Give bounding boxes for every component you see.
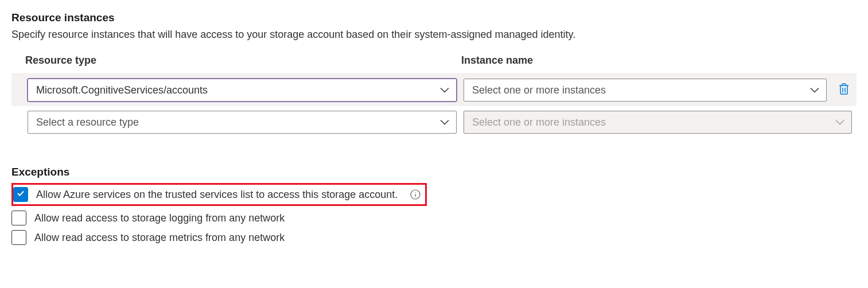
exception-label: Allow read access to storage logging fro… (34, 212, 285, 224)
exception-checkbox-metrics[interactable] (11, 230, 26, 245)
resource-type-dropdown[interactable]: Select a resource type (28, 111, 457, 134)
svg-point-1 (415, 192, 416, 193)
resource-instances-title: Resource instances (11, 11, 857, 24)
resource-type-value: Microsoft.CognitiveServices/accounts (36, 84, 208, 96)
chevron-down-icon (440, 84, 449, 96)
delete-button[interactable] (836, 82, 852, 98)
instance-name-dropdown: Select one or more instances (464, 111, 852, 134)
resource-type-dropdown[interactable]: Microsoft.CognitiveServices/accounts (28, 79, 457, 102)
exception-checkbox-trusted-services[interactable] (13, 187, 28, 202)
column-header-resource-type: Resource type (25, 55, 461, 67)
column-header-instance-name: Instance name (461, 55, 843, 67)
chevron-down-icon (810, 84, 819, 96)
resource-row: Microsoft.CognitiveServices/accounts Sel… (11, 73, 857, 106)
exception-checkbox-logging[interactable] (11, 211, 26, 225)
exception-row: Allow Azure services on the trusted serv… (11, 183, 857, 206)
trash-icon (838, 83, 850, 98)
instance-placeholder: Select one or more instances (472, 116, 606, 129)
info-icon[interactable] (410, 189, 421, 200)
highlighted-exception: Allow Azure services on the trusted serv… (11, 183, 427, 206)
checkmark-icon (16, 189, 25, 201)
chevron-down-icon (835, 116, 844, 129)
exception-label: Allow read access to storage metrics fro… (34, 232, 285, 244)
chevron-down-icon (440, 116, 449, 129)
resource-instances-description: Specify resource instances that will hav… (11, 29, 857, 41)
exception-row: Allow read access to storage metrics fro… (11, 230, 857, 245)
exceptions-title: Exceptions (11, 166, 857, 178)
exception-row: Allow read access to storage logging fro… (11, 211, 857, 225)
instance-placeholder: Select one or more instances (472, 84, 606, 96)
instance-name-dropdown[interactable]: Select one or more instances (464, 79, 827, 102)
resource-type-placeholder: Select a resource type (36, 116, 139, 129)
exception-label: Allow Azure services on the trusted serv… (36, 189, 398, 201)
resource-row: Select a resource type Select one or mor… (11, 106, 857, 138)
